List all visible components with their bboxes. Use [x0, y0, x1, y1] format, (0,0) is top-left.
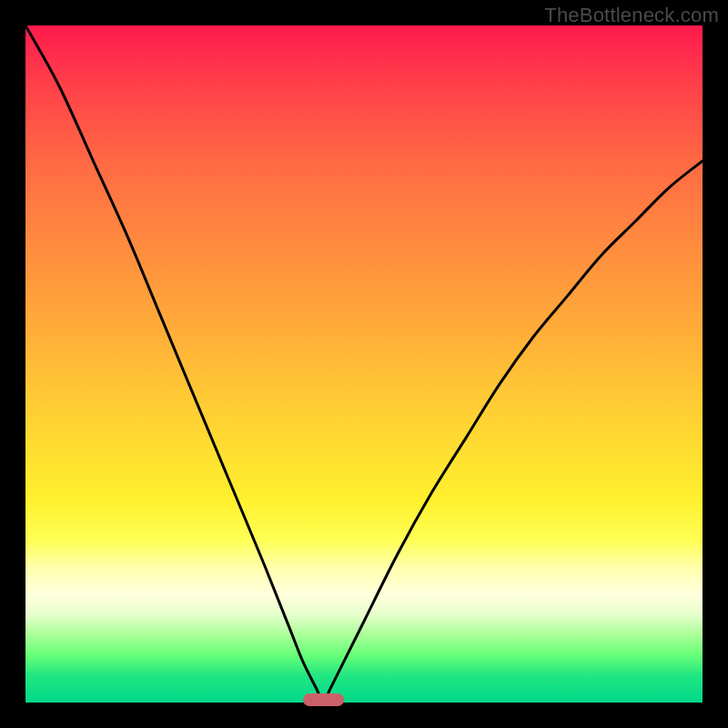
- optimum-marker: [303, 693, 344, 706]
- chart-frame: TheBottleneck.com: [0, 0, 728, 728]
- plot-area: [25, 25, 703, 703]
- bottleneck-curve: [25, 25, 703, 703]
- watermark-text: TheBottleneck.com: [544, 4, 719, 27]
